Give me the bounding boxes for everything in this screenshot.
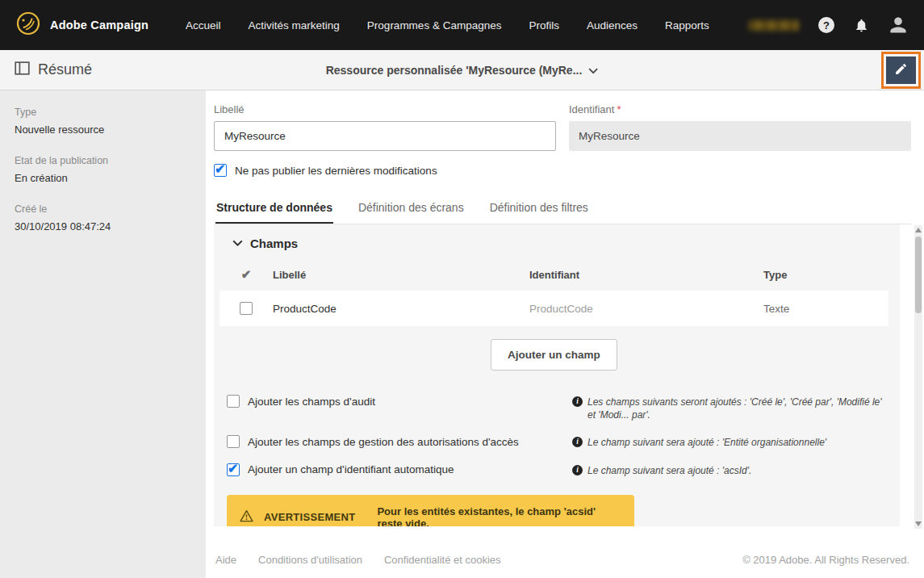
cell-libelle: ProductCode <box>273 303 529 315</box>
user-avatar-icon[interactable] <box>888 15 908 35</box>
required-asterisk: * <box>617 103 621 115</box>
pencil-icon <box>894 62 908 78</box>
page-footer: Aide Conditions d'utilisation Confidenti… <box>214 554 911 578</box>
sidebar-value: En création <box>15 172 191 184</box>
do-not-publish-label: Ne pas publier les dernières modificatio… <box>235 165 437 177</box>
fields-table-header: ✔ Libellé Identifiant Type <box>220 260 888 289</box>
label-field-group: Libellé <box>214 103 556 151</box>
notifications-bell-icon[interactable] <box>854 18 869 33</box>
sidebar-item-type: Type Nouvelle ressource <box>15 107 191 136</box>
main-content: Libellé Identifiant* MyResource Ne pas p… <box>206 90 924 578</box>
access-authorization-info: i Le champ suivant sera ajouté : 'Entité… <box>572 435 885 449</box>
summary-panel-icon <box>15 61 30 78</box>
column-header-type: Type <box>763 269 888 281</box>
column-header-identifiant: Identifiant <box>529 269 763 281</box>
sidebar-label: Etat de la publication <box>15 155 191 166</box>
tab-structure-donnees[interactable]: Structure de données <box>215 196 333 224</box>
option-auto-id-field: Ajouter un champ d'identifiant automatiq… <box>227 463 885 477</box>
scrollbar-thumb[interactable] <box>915 237 922 313</box>
resource-selector-dropdown[interactable]: Ressource personnalisée 'MyResource (MyR… <box>326 63 599 77</box>
scroll-down-arrow[interactable] <box>915 521 922 526</box>
sidebar-item-created-on: Créé le 30/10/2019 08:47:24 <box>15 203 191 232</box>
champs-section-toggle[interactable]: Champs <box>220 232 888 260</box>
nav-item-activites-marketing[interactable]: Activités marketing <box>249 19 340 31</box>
auto-id-info: i Le champ suivant sera ajouté : 'acsId'… <box>572 463 885 477</box>
sidebar-item-publication-state: Etat de la publication En création <box>15 155 191 184</box>
auto-id-label: Ajouter un champ d'identifiant automatiq… <box>248 463 454 475</box>
tab-definition-filtres[interactable]: Définition des filtres <box>489 196 589 224</box>
audit-fields-checkbox[interactable] <box>227 395 240 408</box>
audit-fields-label: Ajouter les champs d'audit <box>248 396 375 408</box>
adobe-campaign-app: Adobe Campaign Accueil Activités marketi… <box>0 0 924 578</box>
footer-link-confidentialite[interactable]: Confidentialité et cookies <box>384 554 501 566</box>
column-header-libelle: Libellé <box>273 269 529 281</box>
row-checkbox[interactable] <box>240 302 253 315</box>
access-authorization-label: Ajouter les champs de gestion des autori… <box>248 436 519 448</box>
summary-sidebar: Type Nouvelle ressource Etat de la publi… <box>0 90 206 578</box>
warning-triangle-icon <box>240 509 253 526</box>
nav-item-profils[interactable]: Profils <box>529 19 559 31</box>
nav-item-accueil[interactable]: Accueil <box>186 19 221 31</box>
identifiant-label: Identifiant* <box>569 103 911 115</box>
cell-type: Texte <box>763 303 888 315</box>
topbar-right: ? <box>749 15 908 35</box>
champs-section-title: Champs <box>250 237 298 250</box>
edit-button[interactable] <box>886 57 916 84</box>
tab-definition-ecrans[interactable]: Définition des écrans <box>357 196 465 224</box>
adobe-campaign-logo-icon <box>16 11 40 39</box>
nav-item-programmes-campagnes[interactable]: Programmes & Campagnes <box>367 19 502 31</box>
sidebar-value: 30/10/2019 08:47:24 <box>15 220 191 232</box>
access-authorization-checkbox[interactable] <box>227 435 240 448</box>
warning-title: AVERTISSEMENT <box>264 511 355 523</box>
audit-fields-info: i Les champs suivants seront ajoutés : '… <box>572 395 885 421</box>
warning-banner: AVERTISSEMENT Pour les entités existante… <box>227 495 634 526</box>
add-field-button[interactable]: Ajouter un champ <box>491 339 617 371</box>
sidebar-label: Créé le <box>15 203 191 215</box>
edit-button-highlight-box <box>881 52 921 89</box>
info-icon: i <box>572 396 583 407</box>
help-icon[interactable]: ? <box>818 17 834 33</box>
brand-name: Adobe Campaign <box>50 19 148 31</box>
auto-id-checkbox[interactable] <box>227 463 240 476</box>
info-icon: i <box>572 437 583 447</box>
chevron-down-icon <box>588 63 598 77</box>
sidebar-label: Type <box>15 107 191 118</box>
info-text: Le champ suivant sera ajouté : 'Entité o… <box>587 436 826 449</box>
resource-title: Ressource personnalisée 'MyResource (MyR… <box>326 64 583 77</box>
identifiant-label-text: Identifiant <box>569 103 614 115</box>
select-all-check-icon[interactable]: ✔ <box>241 267 252 282</box>
copyright-text: © 2019 Adobe. All Rights Reserved. <box>742 554 909 566</box>
table-row-productcode[interactable]: ProductCode ProductCode Texte <box>220 291 888 326</box>
cell-identifiant: ProductCode <box>529 303 763 315</box>
nav-item-audiences[interactable]: Audiences <box>587 19 638 31</box>
libelle-input[interactable] <box>214 121 556 151</box>
option-access-authorization-fields: Ajouter les champs de gestion des autori… <box>227 435 885 449</box>
info-icon: i <box>572 465 583 475</box>
data-structure-panel: Champs ✔ Libellé Identifiant Type Produc… <box>214 224 900 526</box>
vertical-scrollbar[interactable] <box>914 225 922 529</box>
nav-item-rapports[interactable]: Rapports <box>665 19 709 31</box>
info-text: Les champs suivants seront ajoutés : 'Cr… <box>587 396 885 421</box>
main-nav: Accueil Activités marketing Programmes &… <box>186 19 709 31</box>
option-audit-fields: Ajouter les champs d'audit i Les champs … <box>227 395 885 421</box>
scroll-up-arrow[interactable] <box>915 228 922 232</box>
user-name-redacted <box>749 20 799 31</box>
do-not-publish-row: Ne pas publier les dernières modificatio… <box>214 164 911 177</box>
sidebar-value: Nouvelle ressource <box>15 124 191 136</box>
page-header: Résumé Ressource personnalisée 'MyResour… <box>0 50 924 90</box>
tab-bar: Structure de données Définition des écra… <box>214 196 911 224</box>
footer-link-aide[interactable]: Aide <box>215 554 236 566</box>
chevron-down-icon <box>232 236 243 250</box>
identifiant-readonly-field: MyResource <box>569 121 911 151</box>
brand: Adobe Campaign <box>16 11 148 39</box>
identifier-field-group: Identifiant* MyResource <box>569 103 911 151</box>
do-not-publish-checkbox[interactable] <box>214 164 227 177</box>
footer-link-conditions[interactable]: Conditions d'utilisation <box>258 554 362 566</box>
libelle-label: Libellé <box>214 103 556 115</box>
top-navigation-bar: Adobe Campaign Accueil Activités marketi… <box>0 0 924 50</box>
warning-text: Pour les entités existantes, le champ 'a… <box>377 505 621 526</box>
info-text: Le champ suivant sera ajouté : 'acsId'. <box>587 464 751 477</box>
page-title: Résumé <box>38 61 92 78</box>
